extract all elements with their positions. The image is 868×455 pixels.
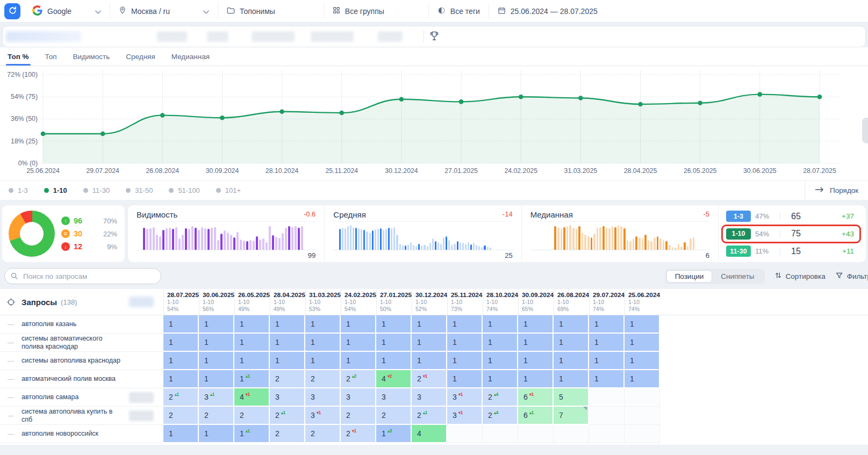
tab-2[interactable]: Видимость: [73, 47, 110, 66]
query-cell[interactable]: система автополива купить в спб: [21, 407, 129, 425]
position-cell[interactable]: 1: [234, 315, 270, 334]
region-selector[interactable]: Москва / ru: [110, 4, 218, 19]
positions-button[interactable]: Позиции: [666, 270, 713, 283]
position-cell[interactable]: 1: [163, 315, 199, 334]
visibility-card[interactable]: Видимость -0.6 99: [128, 205, 325, 262]
position-cell[interactable]: 3▾1: [305, 407, 341, 425]
top-range-row-1-3[interactable]: 1-347%65+37: [723, 209, 859, 223]
drag-handle[interactable]: —: [0, 352, 21, 370]
refresh-button[interactable]: [4, 3, 20, 19]
position-cell[interactable]: [483, 425, 518, 443]
position-cell[interactable]: 7: [554, 407, 589, 425]
drag-handle[interactable]: —: [0, 425, 21, 443]
position-cell[interactable]: 5: [554, 388, 589, 407]
position-cell[interactable]: 1: [518, 334, 554, 352]
legend-item-1-3[interactable]: 1-3: [9, 186, 28, 194]
position-cell[interactable]: [589, 407, 625, 425]
position-cell[interactable]: 1: [447, 315, 483, 334]
column-header-26.05.2025[interactable]: 26.05.20251-1049%: [234, 289, 270, 315]
position-cell[interactable]: 1: [554, 370, 589, 388]
position-cell[interactable]: 1: [483, 315, 518, 334]
data-point[interactable]: [220, 115, 225, 120]
average-card[interactable]: Средняя -14 25: [325, 205, 521, 262]
filter-button[interactable]: Фильтр: [835, 272, 868, 281]
position-cell[interactable]: 1: [163, 334, 199, 352]
column-header-24.02.2025[interactable]: 24.02.20251-1054%: [341, 289, 376, 315]
position-cell[interactable]: 1: [447, 352, 483, 370]
position-cell[interactable]: [518, 425, 554, 443]
tab-1[interactable]: Топ: [45, 47, 57, 66]
position-cell[interactable]: 1: [341, 352, 376, 370]
position-cell[interactable]: 1: [625, 315, 660, 334]
position-cell[interactable]: 4▾2: [376, 370, 412, 388]
position-cell[interactable]: 1: [270, 315, 305, 334]
position-cell[interactable]: 1: [234, 334, 270, 352]
group-selector[interactable]: Топонимы: [218, 4, 324, 19]
position-cell[interactable]: 1: [163, 425, 199, 443]
position-cell[interactable]: 4: [412, 425, 447, 443]
legend-item-51-100[interactable]: 51-100: [169, 186, 199, 194]
column-header-29.07.2024[interactable]: 29.07.20241-1074%: [589, 289, 625, 315]
chart-scroll-handle[interactable]: [862, 118, 868, 143]
position-cell[interactable]: 2: [163, 407, 199, 425]
position-cell[interactable]: [625, 407, 660, 425]
top-range-row-11-30[interactable]: 11-3011%15+11: [723, 244, 859, 258]
position-cell[interactable]: 2▴2: [341, 370, 376, 388]
sort-button[interactable]: Сортировка: [774, 271, 826, 281]
position-cell[interactable]: 2: [376, 407, 412, 425]
data-point[interactable]: [758, 92, 763, 97]
position-cell[interactable]: 2: [305, 425, 341, 443]
query-cell[interactable]: автополив новороссийск: [21, 425, 129, 443]
position-cell[interactable]: 1: [518, 315, 554, 334]
position-cell[interactable]: 6▴1: [518, 407, 554, 425]
position-cell[interactable]: 3: [270, 388, 305, 407]
position-cell[interactable]: [554, 425, 589, 443]
data-point[interactable]: [101, 132, 105, 136]
order-button[interactable]: Порядок: [805, 180, 858, 200]
column-header-28.04.2025[interactable]: 28.04.20251-1049%: [270, 289, 305, 315]
position-cell[interactable]: 3▴1: [199, 388, 234, 407]
position-cell[interactable]: 1: [483, 370, 518, 388]
data-point[interactable]: [41, 132, 46, 136]
position-cell[interactable]: 1: [305, 334, 341, 352]
position-cell[interactable]: 1: [554, 334, 589, 352]
drag-handle[interactable]: —: [0, 370, 21, 388]
position-cell[interactable]: 1: [483, 352, 518, 370]
position-cell[interactable]: 1: [554, 352, 589, 370]
data-point[interactable]: [519, 95, 523, 99]
date-range-picker[interactable]: 25.06.2024 — 28.07.2025: [489, 4, 606, 19]
query-cell[interactable]: системы автоматического полива краснодар: [21, 334, 129, 352]
query-cell[interactable]: автоматический полив москва: [21, 370, 129, 388]
legend-item-11-30[interactable]: 11-30: [83, 186, 110, 194]
position-cell[interactable]: 1: [589, 315, 625, 334]
position-cell[interactable]: 1: [589, 334, 625, 352]
column-header-30.12.2024[interactable]: 30.12.20241-1052%: [412, 289, 447, 315]
median-card[interactable]: Медианная -5 6: [522, 205, 719, 262]
position-cell[interactable]: 2▴4: [483, 407, 518, 425]
position-cell[interactable]: 2: [234, 407, 270, 425]
position-cell[interactable]: 2: [341, 407, 376, 425]
position-cell[interactable]: 1: [412, 334, 447, 352]
position-cell[interactable]: 2: [199, 407, 234, 425]
position-cell[interactable]: 6▾1: [518, 388, 554, 407]
column-header-28.10.2024[interactable]: 28.10.20241-1074%: [483, 289, 518, 315]
crosshair-icon[interactable]: [0, 289, 21, 315]
position-cell[interactable]: 1▴1: [234, 425, 270, 443]
column-header-26.08.2024[interactable]: 26.08.20241-1069%: [554, 289, 589, 315]
position-cell[interactable]: 1: [199, 315, 234, 334]
position-cell[interactable]: 2▴4: [483, 388, 518, 407]
position-cell[interactable]: 2▴1: [412, 407, 447, 425]
data-point[interactable]: [698, 100, 702, 105]
position-cell[interactable]: 1: [199, 370, 234, 388]
position-cell[interactable]: 1: [447, 370, 483, 388]
column-header-30.09.2024[interactable]: 30.09.20241-1065%: [518, 289, 554, 315]
position-cell[interactable]: 1: [199, 352, 234, 370]
data-point[interactable]: [399, 97, 404, 102]
position-cell[interactable]: 1: [625, 370, 660, 388]
position-cell[interactable]: 3: [341, 388, 376, 407]
position-cell[interactable]: 1: [376, 334, 412, 352]
column-header-31.03.2025[interactable]: 31.03.20251-1053%: [305, 289, 341, 315]
column-header-25.11.2024[interactable]: 25.11.20241-1073%: [447, 289, 483, 315]
position-cell[interactable]: 3: [305, 388, 341, 407]
position-cell[interactable]: 1: [447, 334, 483, 352]
